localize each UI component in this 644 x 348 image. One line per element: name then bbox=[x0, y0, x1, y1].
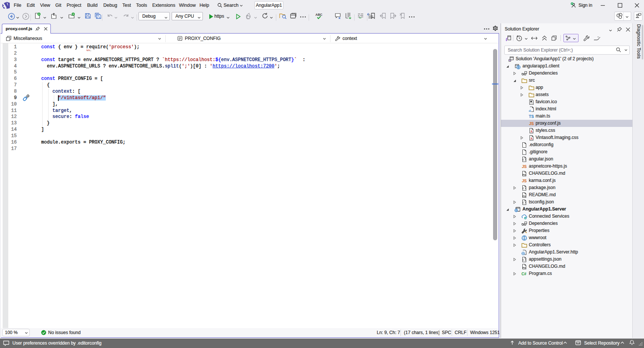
svg-text:TS: TS bbox=[529, 114, 534, 119]
svg-text:JS: JS bbox=[529, 121, 534, 126]
svg-text:A: A bbox=[530, 137, 533, 140]
svg-text:ABC: ABC bbox=[315, 13, 322, 17]
svg-text:JS: JS bbox=[522, 164, 527, 169]
svg-text:A: A bbox=[530, 130, 533, 133]
svg-text:C#: C# bbox=[522, 272, 527, 276]
svg-text:JS: JS bbox=[522, 179, 527, 183]
